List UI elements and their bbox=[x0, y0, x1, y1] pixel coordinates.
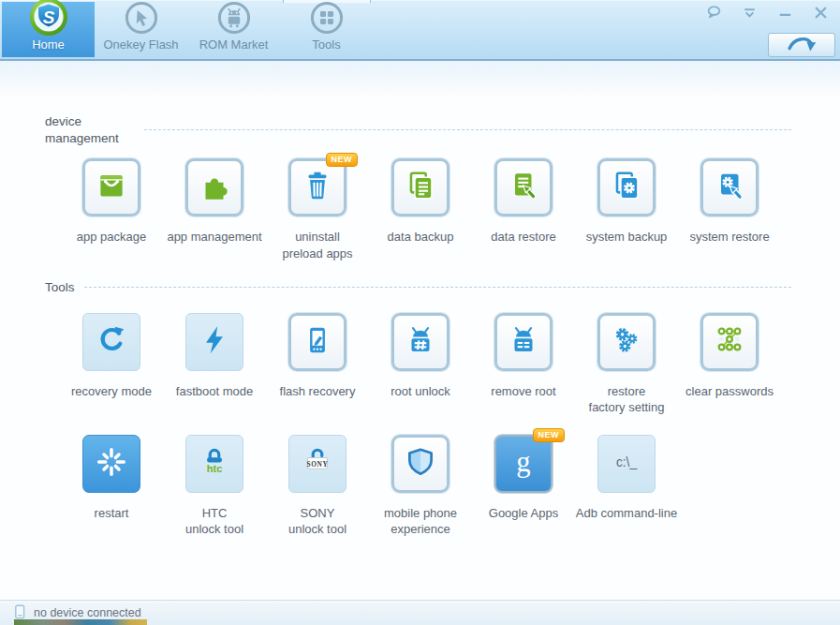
section-device-management: device managementapp packageapp manageme… bbox=[45, 113, 791, 269]
window-controls bbox=[701, 3, 833, 22]
tool-label: clear passwords bbox=[685, 383, 774, 400]
flash-recovery-button[interactable] bbox=[288, 313, 346, 371]
tool-item-htc-unlock-tool: htcHTC unlock tool bbox=[163, 435, 266, 557]
tool-item-mobile-phone-experience: mobile phone experience bbox=[369, 435, 472, 557]
restart-spinner-icon bbox=[94, 444, 129, 484]
feedback-button[interactable] bbox=[701, 3, 726, 22]
shield-icon bbox=[403, 444, 438, 484]
restore-factory-setting-button[interactable] bbox=[597, 313, 656, 371]
puzzle-icon bbox=[197, 168, 232, 207]
tool-item-recovery-mode: recovery mode bbox=[60, 313, 163, 435]
tab-home[interactable]: SHome bbox=[2, 2, 95, 57]
skin-menu-button[interactable] bbox=[737, 3, 761, 22]
tool-label: mobile phone experience bbox=[384, 505, 457, 538]
tool-item-adb-command-line: c:\_Adb command-line bbox=[575, 435, 678, 557]
tool-label: root unlock bbox=[391, 383, 450, 400]
app-window: SHomeOnekey FlashROM MarketTools device … bbox=[0, 0, 840, 625]
tool-label: data restore bbox=[491, 229, 555, 246]
tool-label: HTC unlock tool bbox=[185, 505, 243, 538]
tab-onekey-flash[interactable]: Onekey Flash bbox=[95, 2, 187, 57]
close-button[interactable] bbox=[808, 3, 833, 22]
section-tools: Toolsrecovery modefastboot modeflash rec… bbox=[45, 279, 791, 557]
svg-text:htc: htc bbox=[207, 463, 223, 474]
data-backup-button[interactable] bbox=[391, 158, 449, 216]
sony-unlock-tool-button[interactable]: SONY bbox=[288, 435, 346, 493]
tool-grid: app packageapp managementNEWuninstall pr… bbox=[60, 158, 794, 269]
tool-item-root-unlock: root unlock bbox=[369, 313, 472, 435]
status-text: no device connected bbox=[34, 606, 141, 619]
root-unlock-button[interactable] bbox=[391, 313, 449, 371]
tool-label: restart bbox=[95, 505, 129, 522]
htc-unlock-tool-button[interactable]: htc bbox=[185, 435, 243, 493]
tab-label-tools: Tools bbox=[312, 37, 340, 52]
section-divider bbox=[144, 129, 791, 130]
refresh-arrow-icon bbox=[94, 322, 129, 362]
app-management-button[interactable] bbox=[185, 158, 243, 216]
main-nav: SHomeOnekey FlashROM MarketTools bbox=[2, 2, 373, 57]
tool-item-flash-recovery: flash recovery bbox=[266, 313, 369, 435]
system-restore-button[interactable] bbox=[700, 158, 759, 216]
tool-item-restore-factory-setting: restore factory setting bbox=[575, 313, 678, 435]
tool-item-data-backup: data backup bbox=[369, 158, 472, 269]
tool-label: restore factory setting bbox=[589, 383, 665, 416]
tool-label: Google Apps bbox=[489, 505, 558, 522]
svg-text:c:\_: c:\_ bbox=[616, 454, 637, 469]
system-backup-button[interactable] bbox=[597, 158, 656, 216]
onekey-cursor-icon bbox=[124, 0, 159, 36]
remove-root-button[interactable] bbox=[494, 313, 553, 371]
google-apps-button[interactable]: gNEW bbox=[494, 435, 553, 493]
adb-command-line-button[interactable]: c:\_ bbox=[597, 435, 656, 493]
htc-lock-icon: htc bbox=[197, 444, 232, 484]
docs-green-icon bbox=[403, 168, 438, 207]
tab-label-onekey-flash: Onekey Flash bbox=[103, 37, 178, 52]
minimize-button[interactable] bbox=[773, 3, 797, 22]
svg-text:g: g bbox=[516, 446, 530, 478]
restart-button[interactable] bbox=[82, 435, 140, 493]
tool-item-system-backup: system backup bbox=[575, 158, 678, 269]
new-badge: NEW bbox=[326, 153, 359, 167]
tab-rom-market[interactable]: ROM Market bbox=[187, 2, 280, 57]
fastboot-mode-button[interactable] bbox=[185, 313, 243, 371]
tool-item-app-management: app management bbox=[163, 158, 266, 269]
tab-label-home: Home bbox=[32, 37, 65, 52]
tool-item-restart: restart bbox=[60, 435, 163, 557]
gear-restore-blue-icon bbox=[712, 168, 747, 207]
phone-edit-icon bbox=[300, 322, 335, 362]
tab-tools[interactable]: Tools bbox=[280, 2, 373, 57]
tool-label: remove root bbox=[491, 383, 555, 400]
google-g-icon: g bbox=[506, 444, 541, 484]
tab-label-rom-market: ROM Market bbox=[199, 37, 269, 52]
tool-item-system-restore: system restore bbox=[678, 158, 781, 269]
main-content: device managementapp packageapp manageme… bbox=[0, 61, 840, 600]
tool-label: flash recovery bbox=[280, 383, 356, 400]
tool-label: fastboot mode bbox=[176, 383, 253, 400]
tool-label: system backup bbox=[586, 229, 668, 246]
tool-label: system restore bbox=[689, 229, 769, 246]
shopping-bag-icon bbox=[94, 168, 129, 207]
doc-restore-green-icon bbox=[506, 168, 541, 207]
trash-icon bbox=[300, 168, 335, 207]
recovery-mode-button[interactable] bbox=[82, 313, 140, 371]
data-restore-button[interactable] bbox=[494, 158, 553, 216]
android-robot-icon bbox=[216, 0, 252, 36]
tool-grid: recovery modefastboot modeflash recovery… bbox=[60, 313, 794, 557]
section-title: Tools bbox=[45, 279, 75, 296]
tool-item-remove-root: remove root bbox=[472, 313, 575, 435]
new-badge: NEW bbox=[533, 428, 566, 442]
tool-label: data backup bbox=[388, 229, 454, 246]
tool-item-google-apps: gNEWGoogle Apps bbox=[472, 435, 575, 557]
docs-gear-blue-icon bbox=[609, 168, 644, 207]
app-package-button[interactable] bbox=[82, 158, 140, 216]
adb-prompt-icon: c:\_ bbox=[609, 444, 644, 484]
android-unlock-icon bbox=[403, 322, 438, 362]
uninstall-preload-apps-button[interactable]: NEW bbox=[288, 158, 346, 216]
sony-lock-icon: SONY bbox=[300, 444, 335, 484]
mobile-phone-experience-button[interactable] bbox=[391, 435, 449, 493]
svg-text:S: S bbox=[42, 7, 54, 27]
tool-item-sony-unlock-tool: SONYSONY unlock tool bbox=[266, 435, 369, 557]
redirect-arrow-button[interactable] bbox=[768, 33, 835, 57]
tool-label: SONY unlock tool bbox=[288, 505, 346, 538]
tool-item-app-package: app package bbox=[60, 158, 163, 269]
android-remove-icon bbox=[506, 322, 541, 362]
clear-passwords-button[interactable] bbox=[700, 313, 759, 371]
